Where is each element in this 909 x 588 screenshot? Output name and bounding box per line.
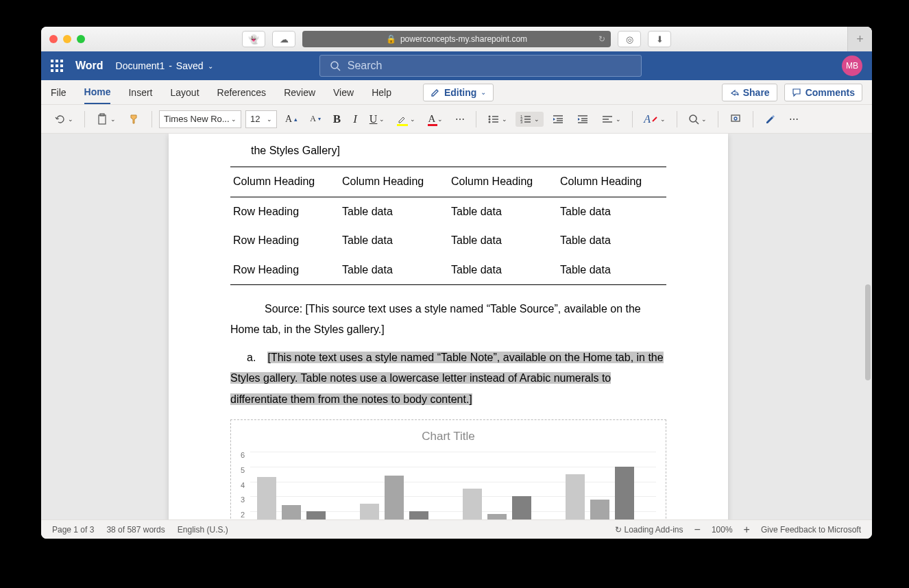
new-tab-button[interactable]: + <box>847 27 872 51</box>
align-button[interactable]: ⌄ <box>597 112 625 127</box>
comment-icon <box>792 88 801 97</box>
table-header-row: Column Heading Column Heading Column Hea… <box>230 167 666 197</box>
addins-status: ↻ Loading Add-ins <box>615 525 683 535</box>
privacy-button[interactable]: 👻 <box>242 31 265 47</box>
avatar[interactable]: MB <box>842 56 862 76</box>
app-launcher-icon[interactable] <box>51 60 63 72</box>
reader-button[interactable]: ◎ <box>618 31 641 47</box>
find-button[interactable]: ⌄ <box>684 111 711 127</box>
reload-icon[interactable]: ↻ <box>598 34 605 44</box>
caption-tail: the Styles Gallery] <box>230 140 666 161</box>
numbering-button[interactable]: 123⌄ <box>516 112 544 127</box>
selected-text: [This note text uses a style named “Tabl… <box>230 352 664 405</box>
tab-home[interactable]: Home <box>84 81 111 104</box>
more-button[interactable]: ⋯ <box>785 111 803 127</box>
zoom-level[interactable]: 100% <box>712 525 733 535</box>
tab-view[interactable]: View <box>333 82 354 103</box>
svg-point-8 <box>489 121 491 123</box>
dictate-button[interactable] <box>725 110 746 128</box>
share-icon <box>729 88 739 97</box>
svg-point-6 <box>489 118 491 120</box>
svg-text:3: 3 <box>520 120 523 124</box>
italic-button[interactable]: I <box>349 110 361 129</box>
chevron-down-icon: ⌄ <box>208 62 213 70</box>
chevron-down-icon: ⌄ <box>481 88 486 96</box>
svg-point-4 <box>489 115 491 117</box>
table-row: Row HeadingTable dataTable dataTable dat… <box>230 226 666 255</box>
font-color-button[interactable]: A⌄ <box>424 110 447 127</box>
word-count[interactable]: 38 of 587 words <box>106 525 165 535</box>
window-controls <box>49 35 85 43</box>
language-indicator[interactable]: English (U.S.) <box>178 525 228 535</box>
grow-font-button[interactable]: A▴ <box>281 111 302 127</box>
increase-indent-button[interactable] <box>572 112 593 127</box>
lock-icon: 🔒 <box>386 34 396 44</box>
app-header: Word Document1 - Saved ⌄ Search MB <box>41 51 872 80</box>
svg-line-28 <box>696 121 699 124</box>
vertical-scrollbar[interactable] <box>865 284 871 380</box>
chart-object[interactable]: Chart Title 23456 <box>230 419 666 519</box>
ribbon-tabs: File Home Insert Layout References Revie… <box>41 80 872 105</box>
chart-plot-area: 23456 <box>250 452 656 519</box>
svg-point-27 <box>690 115 696 122</box>
close-button[interactable] <box>49 35 58 43</box>
table-source: Source: [This source text uses a style n… <box>230 299 666 341</box>
svg-point-30 <box>734 117 737 120</box>
tab-file[interactable]: File <box>51 82 66 103</box>
highlight-button[interactable]: ⌄ <box>393 111 420 127</box>
svg-rect-2 <box>99 115 106 124</box>
table-row: Row HeadingTable dataTable dataTable dat… <box>230 256 666 285</box>
page: the Styles Gallery] Column Heading Colum… <box>169 134 728 519</box>
share-button[interactable]: Share <box>722 84 777 101</box>
document-title[interactable]: Document1 - Saved ⌄ <box>116 60 213 71</box>
tab-layout[interactable]: Layout <box>170 82 199 103</box>
svg-point-0 <box>331 62 338 69</box>
url-text: powerconcepts-my.sharepoint.com <box>400 34 527 44</box>
chart-title: Chart Title <box>241 426 656 448</box>
paste-button[interactable]: ⌄ <box>92 110 120 128</box>
tab-help[interactable]: Help <box>372 82 391 103</box>
table-note: a. [This note text uses a style named “T… <box>230 347 666 410</box>
minimize-button[interactable] <box>63 35 71 43</box>
font-size-select[interactable]: 12⌄ <box>245 110 277 128</box>
font-family-select[interactable]: Times New Ro...⌄ <box>159 110 241 128</box>
undo-button[interactable]: ⌄ <box>49 110 77 128</box>
feedback-link[interactable]: Give Feedback to Microsoft <box>761 525 861 535</box>
app-name[interactable]: Word <box>75 60 104 72</box>
search-input[interactable]: Search <box>319 55 642 77</box>
browser-titlebar: 👻 ☁ 🔒 powerconcepts-my.sharepoint.com ↻ … <box>41 27 872 51</box>
downloads-button[interactable]: ⬇ <box>648 31 671 47</box>
document-canvas[interactable]: the Styles Gallery] Column Heading Colum… <box>41 134 872 519</box>
maximize-button[interactable] <box>77 35 85 43</box>
toolbar: ⌄ ⌄ Times New Ro...⌄ 12⌄ A▴ A▾ B I U⌄ ⌄ … <box>41 105 872 134</box>
zoom-in-button[interactable]: + <box>744 524 750 536</box>
more-formatting-button[interactable]: ⋯ <box>451 111 469 127</box>
svg-line-1 <box>337 68 340 71</box>
editing-mode-button[interactable]: Editing ⌄ <box>423 84 494 101</box>
format-painter-button[interactable] <box>124 110 145 128</box>
shrink-font-button[interactable]: A▾ <box>306 111 325 127</box>
styles-button[interactable]: A⌄ <box>640 110 670 128</box>
underline-button[interactable]: U⌄ <box>365 110 389 128</box>
tab-references[interactable]: References <box>217 82 267 103</box>
decrease-indent-button[interactable] <box>548 112 568 127</box>
data-table: Column Heading Column Heading Column Hea… <box>230 167 666 285</box>
tab-review[interactable]: Review <box>284 82 315 103</box>
table-row: Row HeadingTable dataTable dataTable dat… <box>230 197 666 226</box>
zoom-out-button[interactable]: − <box>694 524 701 536</box>
pencil-icon <box>431 88 440 97</box>
tab-insert[interactable]: Insert <box>128 82 152 103</box>
status-bar: Page 1 of 3 38 of 587 words English (U.S… <box>41 519 872 539</box>
address-bar[interactable]: 🔒 powerconcepts-my.sharepoint.com ↻ <box>302 31 611 47</box>
cloud-button[interactable]: ☁ <box>272 31 295 47</box>
window: 👻 ☁ 🔒 powerconcepts-my.sharepoint.com ↻ … <box>41 27 872 539</box>
search-icon <box>330 60 341 71</box>
editor-button[interactable] <box>760 110 781 128</box>
bold-button[interactable]: B <box>329 110 345 129</box>
bullets-button[interactable]: ⌄ <box>483 112 511 127</box>
comments-button[interactable]: Comments <box>784 84 862 101</box>
page-indicator[interactable]: Page 1 of 3 <box>52 525 94 535</box>
